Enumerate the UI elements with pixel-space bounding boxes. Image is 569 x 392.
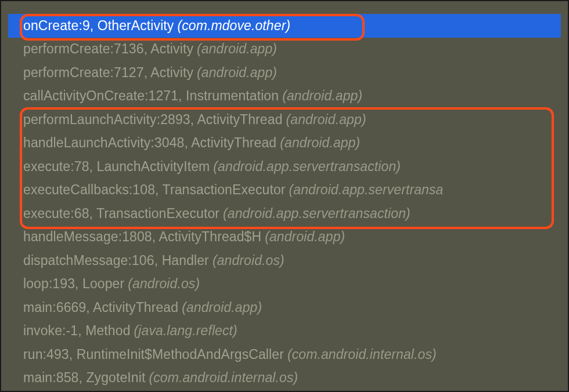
stack-frame[interactable]: main:6669, ActivityThread(android.app) — [8, 296, 561, 320]
stack-frame-package: (com.android.internal.os) — [149, 370, 298, 386]
stack-frame-call: onCreate:9, OtherActivity — [23, 18, 174, 34]
stack-frame-call: performLaunchActivity:2893, ActivityThre… — [23, 112, 283, 128]
stack-frame-call: execute:68, TransactionExecutor — [23, 206, 219, 222]
stack-frame-call: loop:193, Looper — [23, 276, 124, 292]
stack-frame-call: handleMessage:1808, ActivityThread$H — [23, 229, 261, 245]
stack-frame[interactable]: performCreate:7127, Activity(android.app… — [8, 61, 561, 85]
stack-frame[interactable]: dispatchMessage:106, Handler(android.os) — [8, 249, 561, 273]
stack-frame-package: (android.app) — [197, 41, 277, 57]
stack-frame[interactable]: main:858, ZygoteInit(com.android.interna… — [8, 366, 561, 390]
stack-frame-call: performCreate:7136, Activity — [23, 41, 193, 57]
stack-frame-package: (android.app) — [286, 112, 366, 128]
stack-frame-package: (android.app.servertransaction) — [213, 159, 401, 175]
stack-frame-call: handleLaunchActivity:3048, ActivityThrea… — [23, 135, 276, 151]
stack-frame[interactable]: performLaunchActivity:2893, ActivityThre… — [8, 108, 561, 132]
stack-frame[interactable]: loop:193, Looper(android.os) — [8, 273, 561, 296]
stack-frame-package: (android.app) — [282, 88, 362, 104]
stack-frame-package: (java.lang.reflect) — [134, 323, 237, 339]
stack-frame[interactable]: performCreate:7136, Activity(android.app… — [8, 38, 561, 61]
stack-frame[interactable]: execute:78, LaunchActivityItem(android.a… — [8, 155, 561, 179]
stack-frames-list: onCreate:9, OtherActivity(com.mdove.othe… — [8, 14, 561, 386]
frames-panel: main @… in group 'main' RUNNING onCreate… — [0, 0, 569, 392]
stack-frame-call: callActivityOnCreate:1271, Instrumentati… — [23, 88, 279, 104]
stack-frame-package: (com.android.internal.os) — [287, 347, 437, 362]
stack-frame-call: executeCallbacks:108, TransactionExecuto… — [23, 182, 286, 198]
stack-frame[interactable]: run:493, RuntimeInit$MethodAndArgsCaller… — [8, 343, 561, 366]
stack-frame-package: (android.app) — [280, 135, 360, 151]
stack-frame-call: main:6669, ActivityThread — [23, 300, 178, 315]
stack-frame-package: (android.app) — [197, 65, 277, 81]
stack-frame[interactable]: handleLaunchActivity:3048, ActivityThrea… — [8, 132, 561, 155]
stack-frame[interactable]: handleMessage:1808, ActivityThread$H(and… — [8, 226, 561, 249]
stack-frame-package: (android.os) — [213, 253, 284, 268]
stack-frame[interactable]: invoke:-1, Method(java.lang.reflect) — [8, 320, 561, 343]
stack-frame-package: (android.app) — [182, 300, 262, 315]
stack-frame-call: run:493, RuntimeInit$MethodAndArgsCaller — [23, 347, 284, 362]
stack-frame-package: (android.os) — [128, 276, 200, 292]
stack-frame-package: (android.app) — [265, 229, 345, 245]
stack-frame[interactable]: callActivityOnCreate:1271, Instrumentati… — [8, 85, 561, 108]
stack-frame-package: (android.app.servertransa — [289, 182, 444, 198]
stack-frame-call: invoke:-1, Method — [23, 323, 131, 339]
stack-frame-call: main:858, ZygoteInit — [23, 370, 145, 386]
stack-frame[interactable]: onCreate:9, OtherActivity(com.mdove.othe… — [8, 14, 561, 38]
stack-frame[interactable]: execute:68, TransactionExecutor(android.… — [8, 202, 561, 226]
stack-frame-package: (com.mdove.other) — [177, 18, 290, 34]
stack-frame-call: dispatchMessage:106, Handler — [23, 253, 209, 268]
stack-frame[interactable]: executeCallbacks:108, TransactionExecuto… — [8, 179, 561, 202]
stack-frame-package: (android.app.servertransaction) — [223, 206, 410, 222]
stack-frame-call: performCreate:7127, Activity — [23, 65, 193, 81]
stack-frame-call: execute:78, LaunchActivityItem — [23, 159, 210, 175]
